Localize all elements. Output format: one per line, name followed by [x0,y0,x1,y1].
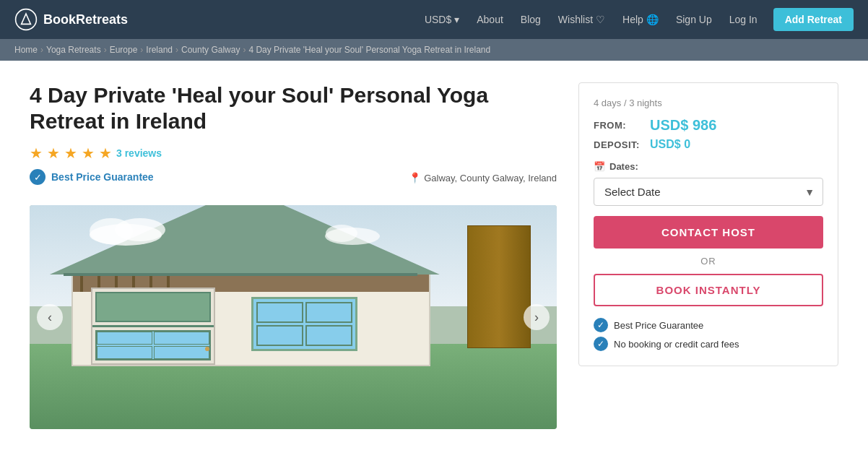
guarantee-check-icon-1: ✓ [594,318,608,332]
logo[interactable]: BookRetreats [14,8,128,31]
left-column: 4 Day Private 'Heal your Soul' Personal … [30,82,557,429]
add-retreat-button[interactable]: Add Retreat [773,8,854,31]
breadcrumb-sep-4: › [175,45,178,55]
star-1: ★ [30,144,43,162]
contact-host-button[interactable]: CONTACT HOST [594,216,823,249]
breadcrumb-yoga-retreats[interactable]: Yoga Retreats [46,45,101,55]
location-row: 📍 Galway, County Galway, Ireland [409,172,557,183]
from-price: USD$ 986 [650,117,716,134]
main-content: 4 Day Private 'Heal your Soul' Personal … [15,61,853,444]
signup-button[interactable]: Sign Up [669,9,719,30]
star-5: ★ [99,144,112,162]
breadcrumb: Home › Yoga Retreats › Europe › Ireland … [0,39,868,61]
heart-icon: ♡ [596,14,605,25]
nav-currency[interactable]: USD$ ▾ [417,9,466,30]
breadcrumb-sep-2: › [104,45,107,55]
nav-help[interactable]: Help 🌐 [615,9,666,30]
guarantee-item-2: ✓ No booking or credit card fees [594,337,823,351]
date-select-wrapper[interactable]: Select Date ▼ [594,178,823,206]
book-instantly-button[interactable]: BOOK INSTANTLY [594,274,823,306]
deposit-price-row: DEPOSIT: USD$ 0 [594,138,823,151]
guarantee-item-1: ✓ Best Price Guarantee [594,318,823,332]
guarantee-check-icon-2: ✓ [594,337,608,351]
guarantee-text-1: Best Price Guarantee [614,320,703,331]
stars-row: ★ ★ ★ ★ ★ 3 reviews [30,144,557,162]
svg-point-4 [115,218,165,241]
cabin-body [71,272,430,366]
or-divider: OR [594,256,823,267]
retreat-title: 4 Day Private 'Heal your Soul' Personal … [30,82,557,134]
wooden-fence [467,225,531,349]
nav-wishlist[interactable]: Wishlist ♡ [551,9,612,30]
best-price-label: Best Price Guarantee [51,171,154,183]
right-column: 4 days / 3 nights FROM: USD$ 986 DEPOSIT… [578,82,838,366]
location-pin-icon: 📍 [409,172,421,183]
svg-point-0 [16,9,37,30]
deposit-label: DEPOSIT: [594,139,644,150]
from-price-row: FROM: USD$ 986 [594,117,823,134]
breadcrumb-county-galway[interactable]: County Galway [181,45,240,55]
star-2: ★ [47,144,60,162]
breadcrumb-europe[interactable]: Europe [110,45,138,55]
duration-text: 4 days / 3 nights [594,98,823,108]
deposit-price: USD$ 0 [650,138,690,151]
star-3: ★ [64,144,77,162]
cabin-scene [30,205,557,429]
globe-icon: 🌐 [646,14,659,25]
breadcrumb-ireland[interactable]: Ireland [146,45,173,55]
reviews-link[interactable]: 3 reviews [116,147,162,159]
login-button[interactable]: Log In [722,9,765,30]
nav-blog[interactable]: Blog [513,9,548,30]
dates-label: 📅 Dates: [594,161,823,172]
nav-about[interactable]: About [469,9,511,30]
logo-text: BookRetreats [43,12,128,27]
svg-point-6 [326,225,357,242]
breadcrumb-home[interactable]: Home [14,45,38,55]
roof-line [64,273,417,276]
best-price-check-icon: ✓ [30,169,45,185]
calendar-icon: 📅 [594,161,605,172]
date-select[interactable]: Select Date [594,178,823,206]
location-text: Galway, County Galway, Ireland [424,173,557,183]
from-label: FROM: [594,120,644,131]
star-4: ★ [82,144,95,162]
best-price-row: ✓ Best Price Guarantee [30,169,154,185]
breadcrumb-sep-1: › [40,45,43,55]
guarantee-list: ✓ Best Price Guarantee ✓ No booking or c… [594,318,823,351]
breadcrumb-sep-5: › [243,45,246,55]
svg-marker-1 [22,14,31,24]
guarantee-text-2: No booking or credit card fees [614,339,739,350]
booking-card: 4 days / 3 nights FROM: USD$ 986 DEPOSIT… [578,82,838,366]
breadcrumb-current: 4 Day Private 'Heal your Soul' Personal … [248,45,490,55]
slider-prev-button[interactable]: ‹ [37,304,63,330]
slider-next-button[interactable]: › [524,304,550,330]
breadcrumb-sep-3: › [140,45,143,55]
navbar: BookRetreats USD$ ▾ About Blog Wishlist … [0,0,868,39]
nav-links: USD$ ▾ About Blog Wishlist ♡ Help 🌐 Sign… [417,8,854,31]
image-slider: ‹ › [30,205,557,429]
